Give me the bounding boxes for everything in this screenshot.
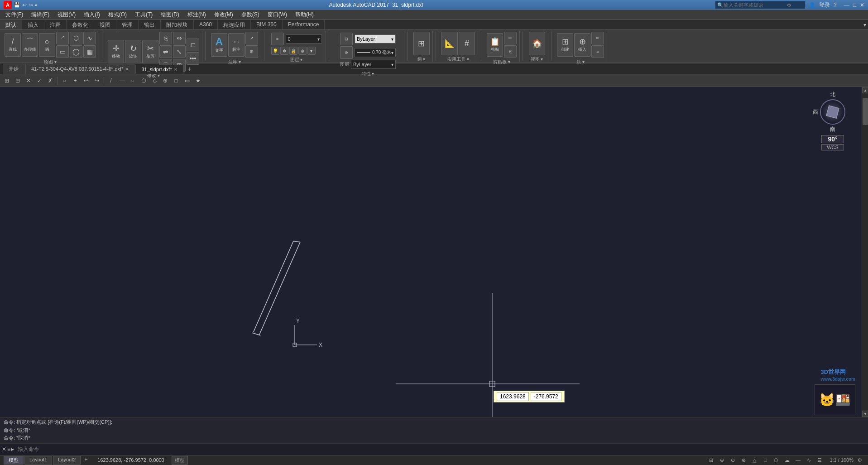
tab-output[interactable]: 输出 — [139, 20, 161, 29]
toolbar-diamond-btn[interactable]: ◇ — [149, 76, 159, 86]
copy-btn[interactable]: ⎘ — [504, 45, 517, 58]
status-ducs-icon[interactable]: ⬡ — [772, 456, 781, 464]
tab-bim360[interactable]: BIM 360 — [251, 20, 283, 29]
block-insert-button[interactable]: ⊕ 插入 — [574, 33, 590, 57]
lineweight-dropdown[interactable]: 0.70 毫米 — [355, 48, 396, 57]
draw-line-button[interactable]: / 直线 — [5, 33, 21, 57]
tab-view[interactable]: 视图 — [94, 20, 116, 29]
layer-properties-button[interactable]: ≡ — [271, 33, 284, 45]
linetype-dropdown[interactable]: ByLayer — [351, 60, 396, 69]
tab-insert[interactable]: 插入 — [22, 20, 44, 29]
ribbon-collapse-icon[interactable]: ▾ — [863, 22, 866, 28]
tab-params[interactable]: 参数化 — [67, 20, 94, 29]
block-attrib-button[interactable]: ≡ — [591, 45, 604, 58]
dimension-button[interactable]: ↔ 标注 — [228, 33, 245, 57]
match-props-button[interactable]: ⊕ — [340, 46, 353, 59]
menu-item-modify[interactable]: 修改(M) — [211, 10, 237, 19]
toolbar-dash-btn[interactable]: — — [117, 76, 127, 86]
minimize-button[interactable]: — — [844, 2, 849, 8]
modify-mirror-button[interactable]: ⇌ — [159, 45, 172, 58]
status-grid-icon[interactable]: ⊞ — [706, 456, 715, 464]
status-lw-icon[interactable]: — — [793, 456, 802, 464]
layer-match-button[interactable]: ⊕ — [298, 47, 307, 55]
status-tp-icon[interactable]: ∿ — [804, 456, 813, 464]
toolbar-snap3-btn[interactable]: ▭ — [182, 76, 192, 86]
color-dropdown[interactable]: ByLayer — [355, 34, 396, 44]
command-input-row[interactable]: ✕ ≡ ▸ — [0, 443, 868, 455]
drawing-canvas[interactable]: X Y — [0, 87, 862, 417]
text-button[interactable]: A 文字 — [211, 33, 227, 57]
layer-freeze-button[interactable]: ❄ — [280, 47, 288, 55]
tab-default[interactable]: 默认 — [0, 20, 22, 29]
status-ortho-icon[interactable]: ⊙ — [728, 456, 737, 464]
draw-polyline-button[interactable]: ⌒ 多段线 — [22, 33, 38, 57]
toolbar-check-button[interactable]: ✓ — [34, 76, 44, 86]
scroll-down-button[interactable]: ▼ — [862, 411, 868, 417]
draw-ellipse-button[interactable]: ◯ — [70, 45, 82, 58]
group-button[interactable]: ⊞ — [413, 32, 430, 55]
command-input-field[interactable] — [16, 445, 868, 453]
toolbar-target-btn[interactable]: ⊕ — [160, 76, 170, 86]
scroll-up-button[interactable]: ▲ — [862, 87, 868, 93]
layer-lock-button[interactable]: 🔒 — [289, 47, 297, 55]
add-layout-button[interactable]: + — [82, 456, 90, 465]
tab-performance[interactable]: Performance — [283, 20, 325, 29]
modify-copy-button[interactable]: ⎘ — [159, 32, 172, 44]
restore-button[interactable]: □ — [853, 2, 856, 8]
layer-more-button[interactable]: ▾ — [307, 47, 316, 55]
menu-item-view[interactable]: 视图(V) — [54, 10, 79, 19]
quick-access-undo-icon[interactable]: ↩ — [22, 2, 27, 8]
count-button[interactable]: # — [459, 32, 475, 55]
modify-move-button[interactable]: ✛ 移动 — [108, 40, 124, 63]
login-icon[interactable]: 👤 — [809, 2, 815, 8]
toolbar-cross-btn[interactable]: + — [70, 76, 80, 86]
menu-item-dimension[interactable]: 标注(N) — [184, 10, 210, 19]
draw-arc-button[interactable]: ◜ — [56, 32, 69, 44]
table-button[interactable]: ⊞ — [245, 45, 258, 58]
cut-button[interactable]: ✂ — [504, 32, 517, 44]
modify-rotate-button[interactable]: ↻ 旋转 — [125, 40, 141, 63]
toolbar-undo-snap[interactable]: ↩ — [81, 76, 91, 86]
file1-close-icon[interactable]: ✕ — [125, 67, 129, 72]
model-label[interactable]: 模型 — [172, 456, 188, 465]
tab-manage[interactable]: 管理 — [116, 20, 139, 29]
menu-item-edit[interactable]: 编辑(E) — [28, 10, 53, 19]
menu-item-window[interactable]: 窗口(W) — [264, 10, 291, 19]
command-arrow-icon[interactable]: ▸ — [11, 446, 14, 452]
tab-annotate[interactable]: 注释 — [44, 20, 67, 29]
model-tab[interactable]: 模型 — [4, 456, 24, 465]
modify-more-button[interactable]: ••• — [187, 52, 199, 65]
search-input[interactable] — [724, 2, 787, 8]
scroll-track[interactable] — [862, 93, 868, 411]
tab-featured[interactable]: 精选应用 — [218, 20, 251, 29]
toolbar-circle3-btn[interactable]: ○ — [128, 76, 138, 86]
menu-item-file[interactable]: 文件(F) — [2, 10, 27, 19]
draw-spline-button[interactable]: ∿ — [83, 32, 96, 44]
layout2-tab[interactable]: Layout2 — [53, 456, 81, 465]
status-polar-icon[interactable]: ⊗ — [739, 456, 748, 464]
layer-dropdown[interactable]: 0 — [286, 34, 322, 44]
properties-button[interactable]: ⊟ — [340, 33, 353, 45]
view-base-button[interactable]: 🏠 — [529, 32, 545, 55]
status-settings-icon[interactable]: ⚙ — [855, 456, 864, 464]
modify-offset-button[interactable]: ⊏ — [187, 39, 199, 51]
toolbar-circle-btn[interactable]: ○ — [59, 76, 69, 86]
command-close-icon[interactable]: ✕ — [2, 446, 6, 452]
help-icon[interactable]: ? — [834, 2, 837, 8]
layout1-tab[interactable]: Layout1 — [24, 456, 52, 465]
doc-tab-file1[interactable]: 41-T2.5-304-Q4-AV8.037.60151-4-折.dxf* ✕ — [25, 64, 134, 74]
close-button[interactable]: ✕ — [860, 2, 864, 8]
paste-button[interactable]: 📋 粘贴 — [487, 33, 503, 57]
menu-item-draw[interactable]: 绘图(D) — [157, 10, 183, 19]
toolbar-snap2-button[interactable]: ⊟ — [13, 76, 23, 86]
search-bar[interactable]: 🔍 ⚙ — [715, 1, 806, 9]
toolbar-rect-btn[interactable]: □ — [171, 76, 181, 86]
status-dyn-icon[interactable]: ☁ — [782, 456, 791, 464]
doc-tab-start[interactable]: 开始 — [3, 64, 24, 74]
layer-on-button[interactable]: 💡 — [271, 47, 279, 55]
modify-trim-button[interactable]: ✂ 修剪 — [142, 40, 158, 63]
leader-button[interactable]: ↗ — [245, 32, 258, 44]
menu-item-insert[interactable]: 插入(I) — [80, 10, 103, 19]
status-snap-icon[interactable]: ⊕ — [717, 456, 726, 464]
menu-item-tools[interactable]: 工具(T) — [131, 10, 156, 19]
